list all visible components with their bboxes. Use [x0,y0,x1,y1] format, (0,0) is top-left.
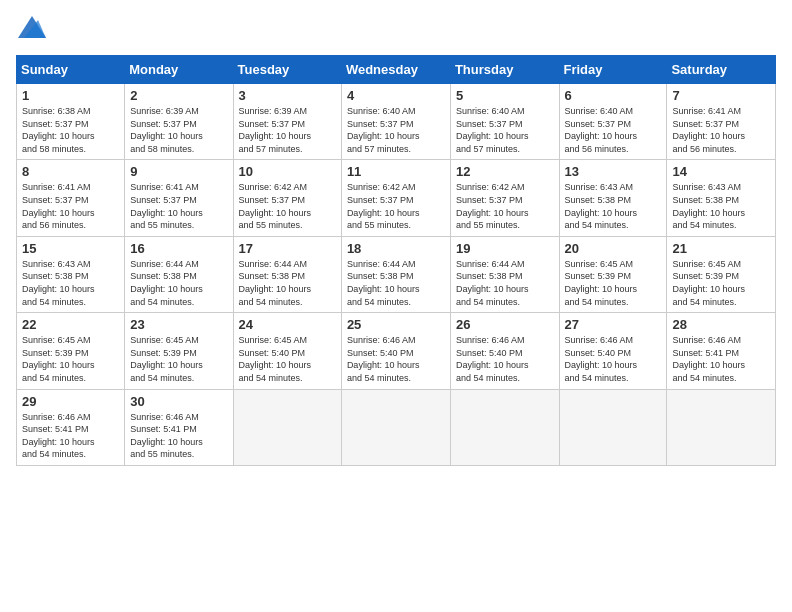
calendar-day-16: 16Sunrise: 6:44 AM Sunset: 5:38 PM Dayli… [125,236,233,312]
day-number: 10 [239,164,336,179]
calendar-day-19: 19Sunrise: 6:44 AM Sunset: 5:38 PM Dayli… [450,236,559,312]
day-info: Sunrise: 6:42 AM Sunset: 5:37 PM Dayligh… [347,181,445,231]
day-info: Sunrise: 6:43 AM Sunset: 5:38 PM Dayligh… [22,258,119,308]
day-number: 8 [22,164,119,179]
day-number: 11 [347,164,445,179]
day-info: Sunrise: 6:40 AM Sunset: 5:37 PM Dayligh… [565,105,662,155]
calendar-day-17: 17Sunrise: 6:44 AM Sunset: 5:38 PM Dayli… [233,236,341,312]
calendar-day-3: 3Sunrise: 6:39 AM Sunset: 5:37 PM Daylig… [233,84,341,160]
calendar-day-26: 26Sunrise: 6:46 AM Sunset: 5:40 PM Dayli… [450,313,559,389]
day-number: 18 [347,241,445,256]
calendar-day-empty [450,389,559,465]
day-info: Sunrise: 6:46 AM Sunset: 5:40 PM Dayligh… [347,334,445,384]
calendar-day-28: 28Sunrise: 6:46 AM Sunset: 5:41 PM Dayli… [667,313,776,389]
day-number: 24 [239,317,336,332]
calendar-day-18: 18Sunrise: 6:44 AM Sunset: 5:38 PM Dayli… [341,236,450,312]
calendar-header-tuesday: Tuesday [233,56,341,84]
day-info: Sunrise: 6:44 AM Sunset: 5:38 PM Dayligh… [347,258,445,308]
calendar-header-thursday: Thursday [450,56,559,84]
day-number: 4 [347,88,445,103]
day-number: 16 [130,241,227,256]
day-number: 7 [672,88,770,103]
day-info: Sunrise: 6:46 AM Sunset: 5:41 PM Dayligh… [130,411,227,461]
day-info: Sunrise: 6:44 AM Sunset: 5:38 PM Dayligh… [130,258,227,308]
day-number: 19 [456,241,554,256]
calendar-day-5: 5Sunrise: 6:40 AM Sunset: 5:37 PM Daylig… [450,84,559,160]
calendar-day-21: 21Sunrise: 6:45 AM Sunset: 5:39 PM Dayli… [667,236,776,312]
calendar-day-22: 22Sunrise: 6:45 AM Sunset: 5:39 PM Dayli… [17,313,125,389]
calendar-day-30: 30Sunrise: 6:46 AM Sunset: 5:41 PM Dayli… [125,389,233,465]
calendar-day-10: 10Sunrise: 6:42 AM Sunset: 5:37 PM Dayli… [233,160,341,236]
day-info: Sunrise: 6:43 AM Sunset: 5:38 PM Dayligh… [672,181,770,231]
calendar-day-1: 1Sunrise: 6:38 AM Sunset: 5:37 PM Daylig… [17,84,125,160]
calendar-header-saturday: Saturday [667,56,776,84]
day-info: Sunrise: 6:45 AM Sunset: 5:39 PM Dayligh… [565,258,662,308]
calendar-table: SundayMondayTuesdayWednesdayThursdayFrid… [16,55,776,466]
day-info: Sunrise: 6:46 AM Sunset: 5:40 PM Dayligh… [456,334,554,384]
day-number: 22 [22,317,119,332]
calendar-day-4: 4Sunrise: 6:40 AM Sunset: 5:37 PM Daylig… [341,84,450,160]
day-info: Sunrise: 6:45 AM Sunset: 5:39 PM Dayligh… [22,334,119,384]
day-number: 1 [22,88,119,103]
day-number: 17 [239,241,336,256]
day-number: 30 [130,394,227,409]
calendar-week-row: 29Sunrise: 6:46 AM Sunset: 5:41 PM Dayli… [17,389,776,465]
calendar-week-row: 22Sunrise: 6:45 AM Sunset: 5:39 PM Dayli… [17,313,776,389]
calendar-day-29: 29Sunrise: 6:46 AM Sunset: 5:41 PM Dayli… [17,389,125,465]
calendar-day-27: 27Sunrise: 6:46 AM Sunset: 5:40 PM Dayli… [559,313,667,389]
day-info: Sunrise: 6:44 AM Sunset: 5:38 PM Dayligh… [239,258,336,308]
calendar-header-wednesday: Wednesday [341,56,450,84]
day-info: Sunrise: 6:46 AM Sunset: 5:40 PM Dayligh… [565,334,662,384]
calendar-day-6: 6Sunrise: 6:40 AM Sunset: 5:37 PM Daylig… [559,84,667,160]
calendar-day-15: 15Sunrise: 6:43 AM Sunset: 5:38 PM Dayli… [17,236,125,312]
day-info: Sunrise: 6:46 AM Sunset: 5:41 PM Dayligh… [22,411,119,461]
calendar-day-14: 14Sunrise: 6:43 AM Sunset: 5:38 PM Dayli… [667,160,776,236]
day-number: 6 [565,88,662,103]
calendar-day-24: 24Sunrise: 6:45 AM Sunset: 5:40 PM Dayli… [233,313,341,389]
calendar-day-9: 9Sunrise: 6:41 AM Sunset: 5:37 PM Daylig… [125,160,233,236]
calendar-day-12: 12Sunrise: 6:42 AM Sunset: 5:37 PM Dayli… [450,160,559,236]
calendar-day-20: 20Sunrise: 6:45 AM Sunset: 5:39 PM Dayli… [559,236,667,312]
day-number: 26 [456,317,554,332]
day-info: Sunrise: 6:38 AM Sunset: 5:37 PM Dayligh… [22,105,119,155]
calendar-day-8: 8Sunrise: 6:41 AM Sunset: 5:37 PM Daylig… [17,160,125,236]
day-number: 9 [130,164,227,179]
day-info: Sunrise: 6:42 AM Sunset: 5:37 PM Dayligh… [456,181,554,231]
day-info: Sunrise: 6:45 AM Sunset: 5:39 PM Dayligh… [130,334,227,384]
day-number: 29 [22,394,119,409]
calendar-day-empty [341,389,450,465]
calendar-header-monday: Monday [125,56,233,84]
day-info: Sunrise: 6:44 AM Sunset: 5:38 PM Dayligh… [456,258,554,308]
day-number: 2 [130,88,227,103]
day-number: 23 [130,317,227,332]
day-number: 5 [456,88,554,103]
day-info: Sunrise: 6:39 AM Sunset: 5:37 PM Dayligh… [239,105,336,155]
page-header [16,16,776,43]
calendar-day-11: 11Sunrise: 6:42 AM Sunset: 5:37 PM Dayli… [341,160,450,236]
calendar-header-sunday: Sunday [17,56,125,84]
calendar-header-friday: Friday [559,56,667,84]
logo-icon [18,16,46,38]
day-number: 20 [565,241,662,256]
calendar-day-23: 23Sunrise: 6:45 AM Sunset: 5:39 PM Dayli… [125,313,233,389]
day-info: Sunrise: 6:41 AM Sunset: 5:37 PM Dayligh… [22,181,119,231]
day-number: 21 [672,241,770,256]
calendar-day-2: 2Sunrise: 6:39 AM Sunset: 5:37 PM Daylig… [125,84,233,160]
logo [16,16,46,43]
day-number: 13 [565,164,662,179]
calendar-day-13: 13Sunrise: 6:43 AM Sunset: 5:38 PM Dayli… [559,160,667,236]
calendar-header-row: SundayMondayTuesdayWednesdayThursdayFrid… [17,56,776,84]
day-info: Sunrise: 6:46 AM Sunset: 5:41 PM Dayligh… [672,334,770,384]
day-info: Sunrise: 6:40 AM Sunset: 5:37 PM Dayligh… [347,105,445,155]
day-info: Sunrise: 6:45 AM Sunset: 5:40 PM Dayligh… [239,334,336,384]
calendar-week-row: 8Sunrise: 6:41 AM Sunset: 5:37 PM Daylig… [17,160,776,236]
day-number: 28 [672,317,770,332]
day-info: Sunrise: 6:45 AM Sunset: 5:39 PM Dayligh… [672,258,770,308]
day-info: Sunrise: 6:40 AM Sunset: 5:37 PM Dayligh… [456,105,554,155]
calendar-week-row: 1Sunrise: 6:38 AM Sunset: 5:37 PM Daylig… [17,84,776,160]
day-info: Sunrise: 6:42 AM Sunset: 5:37 PM Dayligh… [239,181,336,231]
calendar-day-empty [233,389,341,465]
day-info: Sunrise: 6:39 AM Sunset: 5:37 PM Dayligh… [130,105,227,155]
day-info: Sunrise: 6:41 AM Sunset: 5:37 PM Dayligh… [672,105,770,155]
calendar-day-empty [559,389,667,465]
